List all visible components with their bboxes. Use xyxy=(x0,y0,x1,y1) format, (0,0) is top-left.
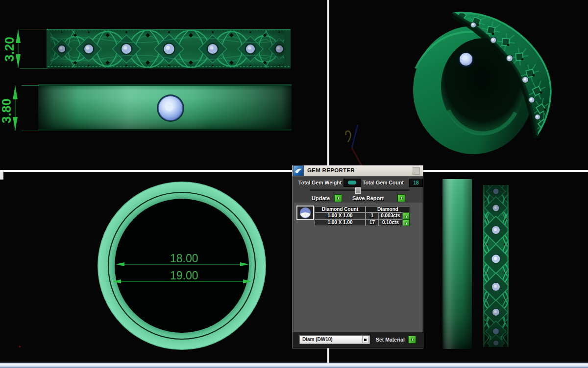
svg-text:19.00: 19.00 xyxy=(170,269,198,282)
svg-text:3.80: 3.80 xyxy=(0,98,14,123)
svg-text:18.00: 18.00 xyxy=(170,252,198,265)
svg-text:3.20: 3.20 xyxy=(2,37,17,62)
